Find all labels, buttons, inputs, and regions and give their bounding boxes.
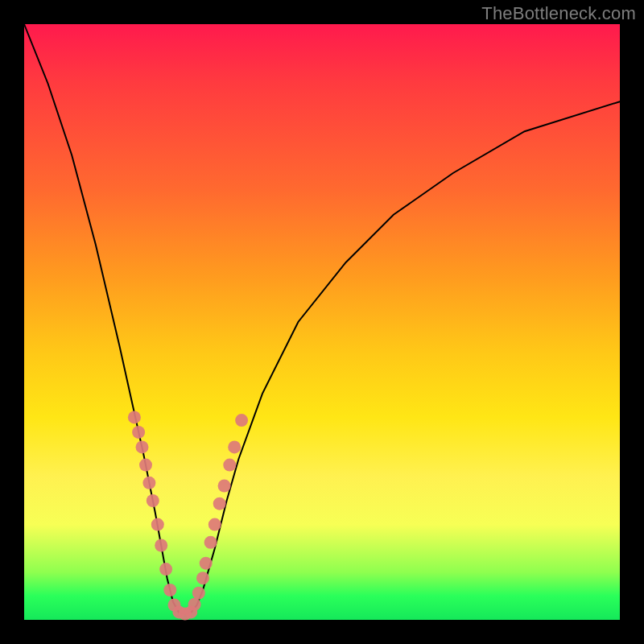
sample-dot [163,584,176,597]
sample-dot [208,518,221,531]
chart-svg [24,24,620,620]
sample-dot [200,557,213,570]
sample-dots-group [128,411,248,620]
sample-dot [132,426,145,439]
sample-dot [218,480,231,493]
sample-dot [151,518,164,531]
sample-dot [196,572,209,584]
bottleneck-curve [24,24,620,614]
sample-dot [159,563,172,576]
sample-dot [213,497,226,510]
sample-dot [147,494,159,507]
outer-frame: TheBottleneck.com [0,0,644,644]
sample-dot [204,536,217,549]
watermark-text: TheBottleneck.com [481,3,636,24]
sample-dot [235,414,248,427]
sample-dot [228,440,241,453]
sample-dot [192,587,205,600]
sample-dot [142,477,155,489]
sample-dot [136,440,149,453]
sample-dot [155,539,167,552]
sample-dot [188,598,201,611]
sample-dot [128,411,141,423]
sample-dot [139,459,152,472]
sample-dot [223,459,236,472]
plot-area [24,24,620,620]
